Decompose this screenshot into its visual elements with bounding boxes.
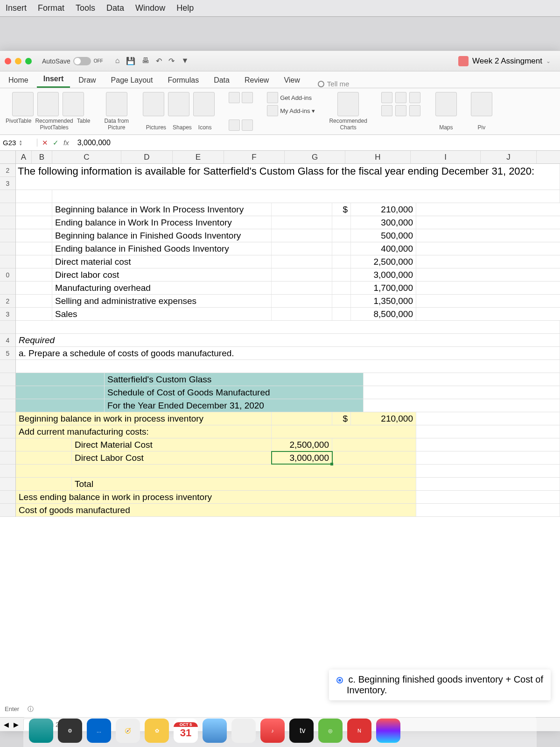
tab-data[interactable]: Data [207, 73, 236, 88]
news-icon[interactable]: N [347, 719, 371, 743]
screenshot-button[interactable] [229, 120, 240, 131]
radio-icon[interactable] [336, 677, 343, 684]
toggle-icon[interactable] [73, 57, 91, 65]
next-sheet-icon[interactable]: ▶ [14, 721, 19, 728]
photos-icon[interactable]: ✿ [145, 719, 169, 743]
name-box[interactable]: G23 ▲▼ [0, 139, 37, 147]
launchpad-icon[interactable] [203, 719, 227, 743]
line-chart-button[interactable] [395, 92, 406, 103]
safari-icon[interactable]: 🧭 [116, 719, 140, 743]
podcasts-icon[interactable]: ◎ [318, 719, 343, 743]
row-header[interactable] [0, 242, 15, 255]
dmc-value[interactable]: 2,500,000 [272, 438, 332, 451]
requirement-a[interactable]: a. Prepare a schedule of costs of goods … [16, 347, 560, 359]
row-header[interactable]: 4 [0, 334, 15, 347]
dmc-label[interactable]: Direct Material Cost [72, 438, 272, 451]
cogm-label[interactable]: Cost of goods manufactured [16, 504, 416, 516]
tell-me-search[interactable]: Tell me [318, 80, 350, 88]
value-cell[interactable]: 210,000 [351, 412, 416, 425]
col-a[interactable]: A [16, 151, 32, 163]
table-row[interactable]: Sales 8,500,000 [16, 308, 560, 321]
redo-icon[interactable]: ↷ [168, 56, 175, 65]
active-cell[interactable]: 3,000,000 [272, 451, 332, 464]
chevron-down-icon[interactable]: ⌄ [546, 58, 551, 64]
get-addins-button[interactable]: Get Add-ins [267, 92, 315, 103]
add-costs-label[interactable]: Add current manufacturing costs: [16, 425, 272, 438]
total-label[interactable]: Total [72, 478, 416, 490]
value-cell[interactable]: 2,500,000 [351, 255, 416, 268]
misc-button[interactable] [242, 120, 253, 131]
threed-models-button[interactable] [229, 92, 240, 103]
home-icon[interactable]: ⌂ [115, 56, 120, 65]
messages-icon[interactable]: … [87, 719, 111, 743]
scatter-chart-button[interactable] [409, 105, 420, 116]
row-header[interactable] [0, 216, 15, 229]
currency-cell[interactable]: $ [332, 412, 351, 425]
row-header[interactable] [0, 438, 15, 451]
tab-home[interactable]: Home [2, 73, 35, 88]
pivottable-button[interactable] [12, 92, 34, 116]
notes-icon[interactable] [231, 719, 256, 743]
finder-icon[interactable] [29, 719, 53, 743]
row-header[interactable] [0, 255, 15, 268]
col-j[interactable]: J [481, 151, 537, 163]
row-header[interactable] [0, 478, 15, 491]
item-label[interactable]: Direct labor cost [52, 268, 272, 281]
pivotchart-button[interactable] [471, 92, 492, 116]
icons-button[interactable] [193, 92, 215, 116]
select-all-corner[interactable] [0, 151, 16, 163]
table-row[interactable] [16, 465, 560, 478]
required-label[interactable]: Required [16, 334, 560, 346]
table-row[interactable]: Required [16, 334, 560, 347]
col-d[interactable]: D [121, 151, 173, 163]
row-header[interactable] [0, 190, 15, 203]
row-header[interactable] [0, 465, 15, 478]
mac-menubar[interactable]: Insert Format Tools Data Window Help [0, 0, 560, 17]
dock[interactable]: ⚙ … 🧭 ✿ OCT 5 31 ♪ tv ◎ N [23, 714, 537, 747]
cancel-icon[interactable]: ✕ [42, 139, 48, 147]
item-label[interactable]: Beginning balance in Work In Process Inv… [52, 203, 272, 216]
area-chart-button[interactable] [395, 105, 406, 116]
row-header[interactable] [0, 491, 15, 504]
menu-format[interactable]: Format [38, 3, 64, 13]
spreadsheet-grid[interactable]: A B C D E F G H I J 2 3 0 2 [0, 151, 560, 717]
intro-cell[interactable]: The following information is available f… [16, 164, 560, 190]
column-headers[interactable]: A B C D E F G H I J [0, 151, 560, 164]
beg-wip-label[interactable]: Beginning balance in work in process inv… [16, 412, 272, 425]
tab-review[interactable]: Review [238, 73, 275, 88]
row-header[interactable] [0, 504, 15, 517]
item-label[interactable]: Manufacturing overhead [52, 282, 272, 294]
item-label[interactable]: Selling and administrative expenses [52, 295, 272, 307]
row-header[interactable] [0, 451, 15, 465]
maximize-icon[interactable] [25, 58, 32, 64]
tab-formulas[interactable]: Formulas [161, 73, 205, 88]
row-header[interactable] [0, 386, 15, 399]
table-row[interactable]: Direct Labor Cost 3,000,000 [16, 451, 560, 465]
table-row[interactable]: Beginning balance in Finished Goods Inve… [16, 229, 560, 242]
row-header[interactable] [0, 321, 15, 334]
settings-icon[interactable]: ⚙ [58, 719, 82, 743]
maps-button[interactable] [435, 92, 457, 116]
tab-page-layout[interactable]: Page Layout [105, 73, 160, 88]
recommended-pivottables-button[interactable] [37, 92, 59, 116]
my-addins-button[interactable]: My Add-ins ▾ [267, 105, 315, 116]
value-cell[interactable]: 210,000 [351, 203, 416, 216]
tab-draw[interactable]: Draw [72, 73, 102, 88]
tab-view[interactable]: View [277, 73, 306, 88]
schedule-date[interactable]: For the Year Ended December 31, 2020 [105, 399, 364, 412]
item-label[interactable]: Ending balance in Work In Process Invent… [52, 216, 272, 229]
col-c[interactable]: C [52, 151, 121, 163]
item-label[interactable]: Sales [52, 308, 272, 320]
calendar-icon[interactable]: OCT 5 31 [174, 719, 198, 743]
save-icon[interactable]: 💾 [126, 56, 135, 65]
table-row[interactable]: Manufacturing overhead 1,700,000 [16, 282, 560, 295]
col-e[interactable]: E [173, 151, 224, 163]
item-label[interactable]: Direct material cost [52, 255, 272, 268]
row-header[interactable]: 2 [0, 295, 15, 308]
table-button[interactable] [63, 92, 84, 116]
dlc-label[interactable]: Direct Labor Cost [72, 451, 272, 464]
ribbon-tabs[interactable]: Home Insert Draw Page Layout Formulas Da… [0, 71, 560, 88]
tab-insert[interactable]: Insert [37, 71, 70, 88]
tv-icon[interactable]: tv [289, 719, 314, 743]
table-row[interactable]: The following information is available f… [16, 164, 560, 190]
